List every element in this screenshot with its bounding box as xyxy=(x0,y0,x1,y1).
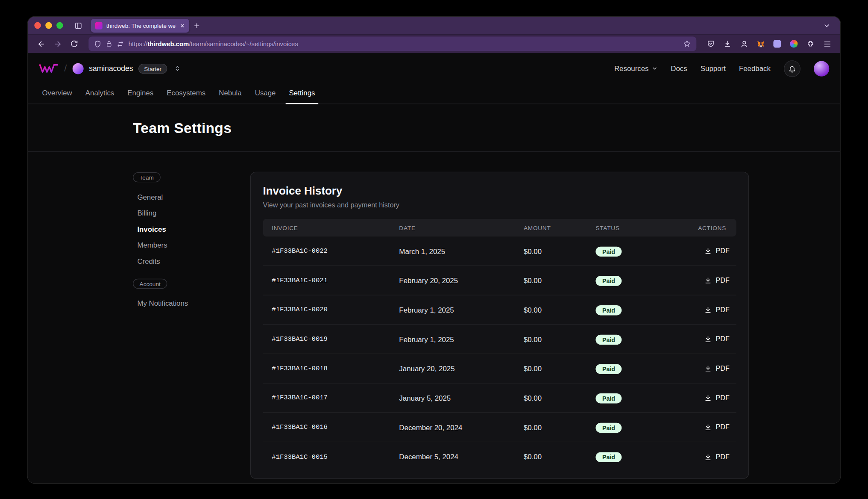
invoice-date: January 5, 2025 xyxy=(390,394,515,402)
invoice-actions: PDF xyxy=(689,365,736,372)
header-link-feedback[interactable]: Feedback xyxy=(739,64,771,72)
team-switcher-icon[interactable] xyxy=(174,65,181,72)
download-pdf-button[interactable]: PDF xyxy=(704,423,730,431)
download-pdf-button[interactable]: PDF xyxy=(704,277,730,284)
invoice-actions: PDF xyxy=(689,247,736,255)
column-header-date: DATE xyxy=(390,224,515,231)
team-avatar xyxy=(72,63,83,74)
close-tab-icon[interactable] xyxy=(180,23,185,28)
invoice-amount: $0.00 xyxy=(515,335,586,343)
download-pdf-button[interactable]: PDF xyxy=(704,335,730,343)
browser-tab[interactable]: thirdweb: The complete web3 d xyxy=(91,18,190,32)
title-band: Team Settings xyxy=(28,104,840,152)
header-links: ResourcesDocsSupportFeedback xyxy=(614,64,771,72)
browser-tabstrip: thirdweb: The complete web3 d xyxy=(28,17,840,34)
nav-tab-settings[interactable]: Settings xyxy=(282,84,322,104)
nav-tab-analytics[interactable]: Analytics xyxy=(79,84,121,104)
sidebar-section-label: Team xyxy=(133,172,160,182)
status-badge: Paid xyxy=(595,246,622,256)
minimize-window-button[interactable] xyxy=(45,22,52,29)
invoice-row: #1F33BA1C-0015December 5, 2024$0.00PaidP… xyxy=(263,442,736,472)
user-avatar[interactable] xyxy=(814,61,829,76)
download-pdf-button[interactable]: PDF xyxy=(704,453,730,461)
invoice-amount: $0.00 xyxy=(515,247,586,255)
firefox-view-icon[interactable] xyxy=(71,19,85,32)
sidebar-item-invoices[interactable]: Invoices xyxy=(133,221,216,237)
invoice-row: #1F33BA1C-0019February 1, 2025$0.00PaidP… xyxy=(263,325,736,354)
sidebar-section: TeamGeneralBillingInvoicesMembersCredits xyxy=(133,172,216,269)
download-pdf-button[interactable]: PDF xyxy=(704,394,730,402)
sidebar-item-members[interactable]: Members xyxy=(133,237,216,254)
download-icon xyxy=(704,394,712,402)
invoice-actions: PDF xyxy=(689,306,736,313)
download-pdf-button[interactable]: PDF xyxy=(704,247,730,255)
menu-icon[interactable] xyxy=(819,37,835,51)
tab-title: thirdweb: The complete web3 d xyxy=(106,22,176,29)
tracking-protection-shield-icon[interactable] xyxy=(94,40,101,47)
download-icon xyxy=(704,306,712,313)
back-icon[interactable] xyxy=(33,37,49,51)
invoice-table: INVOICE DATE AMOUNT STATUS ACTIONS #1F33… xyxy=(263,219,736,472)
downloads-icon[interactable] xyxy=(720,37,735,51)
forward-icon[interactable] xyxy=(50,37,65,51)
window-controls xyxy=(34,22,63,29)
extensions-puzzle-icon[interactable] xyxy=(803,37,818,51)
download-pdf-button[interactable]: PDF xyxy=(704,306,730,313)
invoice-date: February 20, 2025 xyxy=(390,276,515,284)
nav-tab-nebula[interactable]: Nebula xyxy=(212,84,248,104)
sidebar-item-general[interactable]: General xyxy=(133,189,216,205)
header-link-support[interactable]: Support xyxy=(701,64,726,72)
status-badge: Paid xyxy=(595,276,622,286)
status-badge: Paid xyxy=(595,364,622,374)
sidebar-item-billing[interactable]: Billing xyxy=(133,205,216,221)
nav-tab-overview[interactable]: Overview xyxy=(35,84,79,104)
invoice-status: Paid xyxy=(587,364,689,372)
status-badge: Paid xyxy=(595,422,622,432)
column-header-actions: ACTIONS xyxy=(689,224,736,231)
extension-phantom-icon[interactable] xyxy=(769,37,785,51)
sidebar-item-my-notifications[interactable]: My Notifications xyxy=(133,295,216,312)
invoice-status: Paid xyxy=(587,276,689,284)
pdf-label: PDF xyxy=(716,277,729,284)
download-pdf-button[interactable]: PDF xyxy=(704,365,730,372)
sidebar-item-credits[interactable]: Credits xyxy=(133,253,216,269)
bookmark-star-icon[interactable] xyxy=(683,40,691,47)
sidebar-section: AccountMy Notifications xyxy=(133,278,216,312)
invoice-amount: $0.00 xyxy=(515,276,586,284)
header-link-docs[interactable]: Docs xyxy=(671,64,687,72)
invoice-actions: PDF xyxy=(689,423,736,431)
notifications-bell-icon[interactable] xyxy=(784,60,801,77)
invoice-status: Paid xyxy=(587,423,689,431)
invoice-amount: $0.00 xyxy=(515,423,586,431)
invoice-amount: $0.00 xyxy=(515,394,586,402)
extension-wallet-icon[interactable] xyxy=(786,37,801,51)
header-link-resources[interactable]: Resources xyxy=(614,64,657,72)
close-window-button[interactable] xyxy=(34,22,41,29)
nav-tab-ecosystems[interactable]: Ecosystems xyxy=(160,84,212,104)
invoice-date: January 20, 2025 xyxy=(390,364,515,372)
invoice-row: #1F33BA1C-0018January 20, 2025$0.00PaidP… xyxy=(263,354,736,384)
nav-tab-engines[interactable]: Engines xyxy=(121,84,160,104)
download-icon xyxy=(704,453,712,461)
invoice-id: #1F33BA1C-0018 xyxy=(263,365,390,372)
account-icon[interactable] xyxy=(736,37,752,51)
browser-toolbar: https://thirdweb.com/team/saminacodes/~/… xyxy=(28,34,840,53)
pdf-label: PDF xyxy=(716,365,729,372)
invoice-id: #1F33BA1C-0016 xyxy=(263,423,390,431)
zoom-window-button[interactable] xyxy=(56,22,63,29)
list-all-tabs-icon[interactable] xyxy=(819,19,834,32)
permissions-swap-icon[interactable] xyxy=(117,40,124,47)
invoice-status: Paid xyxy=(587,394,689,402)
status-badge: Paid xyxy=(595,393,622,403)
address-bar[interactable]: https://thirdweb.com/team/saminacodes/~/… xyxy=(88,37,696,51)
new-tab-button[interactable] xyxy=(189,19,204,32)
invoice-actions: PDF xyxy=(689,453,736,461)
nav-tab-usage[interactable]: Usage xyxy=(248,84,282,104)
card-title: Invoice History xyxy=(263,185,736,198)
invoice-actions: PDF xyxy=(689,394,736,402)
reload-icon[interactable] xyxy=(67,37,82,51)
save-to-pocket-icon[interactable] xyxy=(703,37,718,51)
thirdweb-favicon-icon xyxy=(95,22,103,29)
extension-metamask-icon[interactable] xyxy=(753,37,768,51)
lock-icon[interactable] xyxy=(106,41,113,47)
